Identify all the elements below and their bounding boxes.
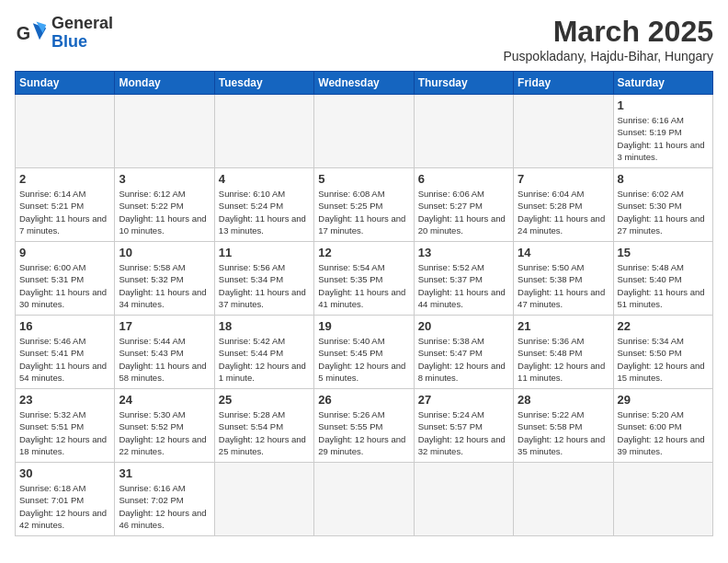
day-info: Sunrise: 6:10 AM Sunset: 5:24 PM Dayligh…: [219, 188, 310, 236]
day-number: 8: [618, 172, 709, 186]
logo-icon: G: [15, 17, 48, 50]
day-number: 4: [219, 172, 310, 186]
day-info: Sunrise: 6:00 AM Sunset: 5:31 PM Dayligh…: [19, 261, 110, 310]
week-row-5: 30Sunrise: 6:18 AM Sunset: 7:01 PM Dayli…: [16, 463, 713, 536]
day-cell: 1Sunrise: 6:16 AM Sunset: 5:19 PM Daylig…: [613, 95, 712, 168]
day-info: Sunrise: 5:36 AM Sunset: 5:48 PM Dayligh…: [518, 335, 609, 384]
page-header: G General Blue March 2025 Puspokladany, …: [15, 15, 713, 63]
day-number: 10: [119, 246, 210, 259]
day-header-monday: Monday: [115, 72, 214, 95]
month-title: March 2025: [503, 15, 713, 49]
day-cell: 25Sunrise: 5:28 AM Sunset: 5:54 PM Dayli…: [214, 389, 313, 463]
day-cell: 24Sunrise: 5:30 AM Sunset: 5:52 PM Dayli…: [115, 389, 214, 463]
days-header-row: SundayMondayTuesdayWednesdayThursdayFrid…: [16, 72, 713, 95]
day-cell: [314, 95, 414, 168]
day-cell: 31Sunrise: 6:16 AM Sunset: 7:02 PM Dayli…: [115, 463, 214, 536]
day-cell: 14Sunrise: 5:50 AM Sunset: 5:38 PM Dayli…: [514, 242, 613, 316]
week-row-4: 23Sunrise: 5:32 AM Sunset: 5:51 PM Dayli…: [16, 389, 713, 463]
day-info: Sunrise: 5:20 AM Sunset: 6:00 PM Dayligh…: [618, 408, 709, 457]
day-cell: 15Sunrise: 5:48 AM Sunset: 5:40 PM Dayli…: [613, 242, 712, 316]
day-cell: 30Sunrise: 6:18 AM Sunset: 7:01 PM Dayli…: [16, 463, 115, 536]
day-cell: [214, 463, 313, 536]
day-header-saturday: Saturday: [613, 72, 712, 95]
day-cell: 5Sunrise: 6:08 AM Sunset: 5:25 PM Daylig…: [314, 168, 414, 242]
day-number: 5: [318, 172, 409, 186]
day-info: Sunrise: 6:18 AM Sunset: 7:01 PM Dayligh…: [19, 482, 110, 531]
day-number: 26: [318, 393, 409, 407]
day-info: Sunrise: 5:26 AM Sunset: 5:55 PM Dayligh…: [318, 408, 409, 457]
day-number: 11: [219, 246, 310, 259]
day-cell: 26Sunrise: 5:26 AM Sunset: 5:55 PM Dayli…: [314, 389, 414, 463]
day-cell: 7Sunrise: 6:04 AM Sunset: 5:28 PM Daylig…: [514, 168, 613, 242]
week-row-3: 16Sunrise: 5:46 AM Sunset: 5:41 PM Dayli…: [16, 316, 713, 389]
day-cell: [514, 463, 613, 536]
day-info: Sunrise: 5:30 AM Sunset: 5:52 PM Dayligh…: [119, 408, 210, 457]
day-info: Sunrise: 6:04 AM Sunset: 5:28 PM Dayligh…: [518, 188, 609, 236]
day-number: 7: [518, 172, 609, 186]
day-header-tuesday: Tuesday: [214, 72, 313, 95]
day-header-sunday: Sunday: [16, 72, 115, 95]
day-number: 25: [219, 393, 310, 407]
day-number: 23: [19, 393, 110, 407]
day-number: 13: [418, 246, 509, 259]
day-info: Sunrise: 5:28 AM Sunset: 5:54 PM Dayligh…: [219, 408, 310, 457]
day-cell: [514, 95, 613, 168]
day-cell: 20Sunrise: 5:38 AM Sunset: 5:47 PM Dayli…: [414, 316, 513, 389]
day-info: Sunrise: 6:14 AM Sunset: 5:21 PM Dayligh…: [19, 188, 110, 236]
day-number: 21: [518, 319, 609, 333]
calendar-table: SundayMondayTuesdayWednesdayThursdayFrid…: [15, 71, 713, 536]
day-cell: 11Sunrise: 5:56 AM Sunset: 5:34 PM Dayli…: [214, 242, 313, 316]
day-cell: 18Sunrise: 5:42 AM Sunset: 5:44 PM Dayli…: [214, 316, 313, 389]
day-cell: [115, 95, 214, 168]
day-cell: 16Sunrise: 5:46 AM Sunset: 5:41 PM Dayli…: [16, 316, 115, 389]
day-cell: 10Sunrise: 5:58 AM Sunset: 5:32 PM Dayli…: [115, 242, 214, 316]
day-number: 2: [19, 172, 110, 186]
day-cell: [314, 463, 414, 536]
title-block: March 2025 Puspokladany, Hajdu-Bihar, Hu…: [503, 15, 713, 63]
day-cell: 17Sunrise: 5:44 AM Sunset: 5:43 PM Dayli…: [115, 316, 214, 389]
day-number: 28: [518, 393, 609, 407]
day-number: 6: [418, 172, 509, 186]
day-number: 15: [618, 246, 709, 259]
day-cell: 4Sunrise: 6:10 AM Sunset: 5:24 PM Daylig…: [214, 168, 313, 242]
day-info: Sunrise: 5:58 AM Sunset: 5:32 PM Dayligh…: [119, 261, 210, 310]
day-cell: 12Sunrise: 5:54 AM Sunset: 5:35 PM Dayli…: [314, 242, 414, 316]
day-number: 22: [618, 319, 709, 333]
day-cell: 23Sunrise: 5:32 AM Sunset: 5:51 PM Dayli…: [16, 389, 115, 463]
day-header-thursday: Thursday: [414, 72, 513, 95]
day-cell: [16, 95, 115, 168]
day-info: Sunrise: 5:24 AM Sunset: 5:57 PM Dayligh…: [418, 408, 509, 457]
day-info: Sunrise: 5:56 AM Sunset: 5:34 PM Dayligh…: [219, 261, 310, 310]
day-number: 3: [119, 172, 210, 186]
day-info: Sunrise: 5:22 AM Sunset: 5:58 PM Dayligh…: [518, 408, 609, 457]
logo: G General Blue: [15, 15, 113, 52]
day-cell: [414, 95, 513, 168]
day-info: Sunrise: 5:42 AM Sunset: 5:44 PM Dayligh…: [219, 335, 310, 384]
day-info: Sunrise: 5:52 AM Sunset: 5:37 PM Dayligh…: [418, 261, 509, 310]
day-number: 17: [119, 319, 210, 333]
day-number: 9: [19, 246, 110, 259]
day-number: 18: [219, 319, 310, 333]
day-info: Sunrise: 5:40 AM Sunset: 5:45 PM Dayligh…: [318, 335, 409, 384]
day-info: Sunrise: 5:32 AM Sunset: 5:51 PM Dayligh…: [19, 408, 110, 457]
day-cell: [214, 95, 313, 168]
day-info: Sunrise: 6:16 AM Sunset: 7:02 PM Dayligh…: [119, 482, 210, 531]
day-cell: 27Sunrise: 5:24 AM Sunset: 5:57 PM Dayli…: [414, 389, 513, 463]
day-cell: 13Sunrise: 5:52 AM Sunset: 5:37 PM Dayli…: [414, 242, 513, 316]
day-number: 1: [618, 98, 709, 112]
day-info: Sunrise: 6:02 AM Sunset: 5:30 PM Dayligh…: [618, 188, 709, 236]
day-number: 30: [19, 466, 110, 480]
day-cell: [414, 463, 513, 536]
day-cell: 21Sunrise: 5:36 AM Sunset: 5:48 PM Dayli…: [514, 316, 613, 389]
logo-text: General Blue: [51, 15, 113, 52]
day-cell: 19Sunrise: 5:40 AM Sunset: 5:45 PM Dayli…: [314, 316, 414, 389]
day-info: Sunrise: 6:08 AM Sunset: 5:25 PM Dayligh…: [318, 188, 409, 236]
day-info: Sunrise: 6:06 AM Sunset: 5:27 PM Dayligh…: [418, 188, 509, 236]
day-number: 31: [119, 466, 210, 480]
day-cell: 9Sunrise: 6:00 AM Sunset: 5:31 PM Daylig…: [16, 242, 115, 316]
day-info: Sunrise: 5:34 AM Sunset: 5:50 PM Dayligh…: [618, 335, 709, 384]
day-header-wednesday: Wednesday: [314, 72, 414, 95]
day-number: 20: [418, 319, 509, 333]
day-number: 14: [518, 246, 609, 259]
day-cell: 29Sunrise: 5:20 AM Sunset: 6:00 PM Dayli…: [613, 389, 712, 463]
